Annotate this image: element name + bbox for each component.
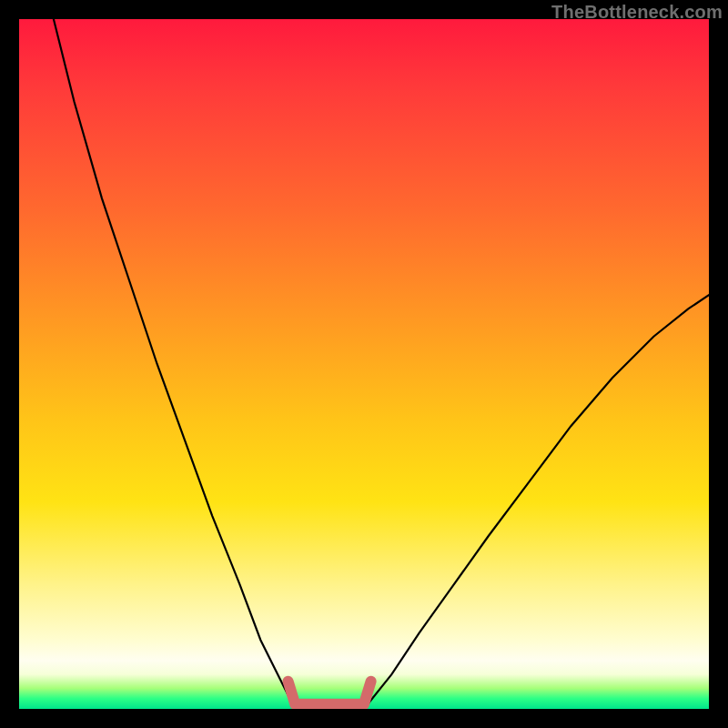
chart-stage: TheBottleneck.com xyxy=(0,0,728,728)
series-left-curve xyxy=(54,19,295,709)
chart-lines xyxy=(54,19,709,709)
chart-svg xyxy=(19,19,709,709)
series-bottom-bracket xyxy=(288,682,371,704)
chart-plot-area xyxy=(19,19,709,709)
series-right-curve xyxy=(364,295,709,709)
watermark-text: TheBottleneck.com xyxy=(551,2,723,23)
